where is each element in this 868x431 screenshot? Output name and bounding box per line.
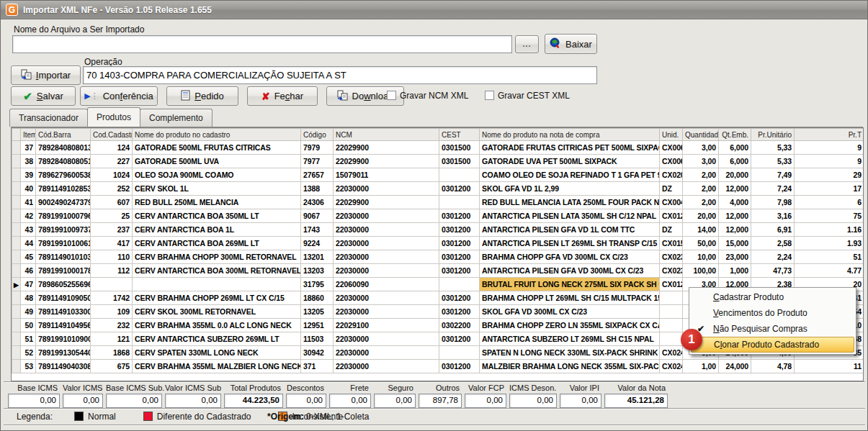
menu-item-vencimentos-do-produto[interactable]: Vencimentos do Produto <box>691 305 854 321</box>
grid-cell[interactable]: SKOL GFA VD 300ML CX C/23 <box>480 305 660 319</box>
grid-cell[interactable]: 7,24 <box>751 182 795 196</box>
grid-cell[interactable]: ANTARCTICA PILSEN LATA 350ML SH C/12 NPA… <box>480 209 660 223</box>
grid-cell[interactable]: 227 <box>91 155 133 168</box>
grid-cell[interactable]: 6,000 <box>719 155 751 168</box>
grid-cell[interactable]: 17 <box>795 182 864 196</box>
table-row[interactable]: 377892840808013124GATORADE 500ML FRUTAS … <box>12 141 864 155</box>
table-row[interactable]: 407891149102853252CERV SKOL 1L1388220300… <box>12 182 864 196</box>
column-header-cod-cadastro[interactable]: Cod.Cadastro <box>91 129 133 141</box>
grid-cell[interactable]: SKOL GFA VD 1L 2,99 <box>480 182 660 196</box>
column-header-nome-do-produto-no-cadastro[interactable]: Nome do produto no cadastro <box>133 129 301 141</box>
grid-cell[interactable]: 0301200 <box>439 332 480 346</box>
importar-button[interactable]: Importar <box>11 65 81 85</box>
grid-cell[interactable]: 22060090 <box>334 278 439 291</box>
grid-cell[interactable]: 3,00 <box>683 155 719 168</box>
column-header-c-digo[interactable]: Código <box>301 129 334 141</box>
grid-cell[interactable]: 49 <box>21 305 36 319</box>
grid-cell[interactable]: 1388 <box>301 182 334 196</box>
table-row[interactable]: 467891991000178112CERV ANTARCTICA BOA 30… <box>12 264 864 278</box>
browse-button[interactable]: ... <box>515 35 539 53</box>
grid-cell[interactable]: CX012 <box>660 278 683 291</box>
grid-cell[interactable]: 0301200 <box>439 291 480 305</box>
grid-cell[interactable]: 42 <box>21 209 36 223</box>
row-selector[interactable] <box>12 332 21 346</box>
grid-cell[interactable] <box>91 278 133 291</box>
grid-cell[interactable]: 14,00 <box>683 223 719 237</box>
grid-cell[interactable]: CX015 <box>660 237 683 250</box>
grid-cell[interactable]: 20,00 <box>683 209 719 223</box>
grid-cell[interactable]: 22029900 <box>334 155 439 168</box>
grid-cell[interactable]: 7891149104956 <box>36 319 91 332</box>
table-row[interactable]: 42789199100079625CERV ANTARCTICA BOA 350… <box>12 209 864 223</box>
row-selector[interactable] <box>12 305 21 319</box>
grid-cell[interactable]: RED BULL 250ML MELANCIA <box>133 196 301 209</box>
grid-cell[interactable]: 29 <box>795 168 864 182</box>
column-header-unid-[interactable]: Unid. <box>660 129 683 141</box>
row-selector[interactable] <box>12 250 21 264</box>
grid-cell[interactable] <box>439 346 480 360</box>
grid-cell[interactable]: 45 <box>21 250 36 264</box>
grid-cell[interactable]: 31795 <box>301 278 334 291</box>
grid-cell[interactable]: 675 <box>91 360 133 373</box>
grid-cell[interactable]: 6,000 <box>719 141 751 155</box>
pedido-button[interactable]: Pedido <box>166 86 238 106</box>
grid-cell[interactable]: 7892840808051 <box>36 155 91 168</box>
grid-cell[interactable]: 39 <box>21 168 36 182</box>
grid-cell[interactable]: 15079011 <box>334 168 439 182</box>
conferencia-button[interactable]: ▶⋮ Conferência <box>80 86 158 106</box>
table-row[interactable]: 437891991009737237CERV ANTARCTICA BOA 1L… <box>12 223 864 237</box>
grid-cell[interactable]: 109 <box>91 305 133 319</box>
grid-cell[interactable]: ANTARCTICA PILSEN GFA VD 1L COM TTC <box>480 223 660 237</box>
grid-cell[interactable] <box>660 332 683 346</box>
grid-cell[interactable]: 53 <box>21 360 36 373</box>
grid-cell[interactable]: ANTARCTICA PILSEN GFA VD 300ML CX C/23 <box>480 264 660 278</box>
grid-cell[interactable]: 12951 <box>301 319 334 332</box>
grid-cell[interactable]: CERV BRAHMA 355ML MALZBIER LONG NECK <box>133 360 301 373</box>
column-header-nome-do-produto-na-nota-de-compra[interactable]: Nome do produto na nota de compra <box>480 129 660 141</box>
grid-cell[interactable]: 7891149109050 <box>36 291 91 305</box>
grid-cell[interactable]: 46 <box>21 264 36 278</box>
grid-cell[interactable]: 1,000 <box>719 264 751 278</box>
row-selector[interactable] <box>12 141 21 155</box>
grid-cell[interactable]: 22030000 <box>334 182 439 196</box>
grid-cell[interactable]: 12,000 <box>719 182 751 196</box>
menu-item-clonar-produto-cadastrado[interactable]: Clonar Produto Cadastrado <box>691 337 854 353</box>
column-header-pr-unit-rio[interactable]: Pr.Unitário <box>751 129 795 141</box>
grid-cell[interactable]: GATORADE UVA PET 500ML SIXPACK <box>480 155 660 168</box>
grid-cell[interactable]: CERV BRAHMA CHOPP 269ML LT CX C/15 <box>133 291 301 305</box>
grid-cell[interactable]: 1868 <box>91 346 133 360</box>
grid-cell[interactable]: 23,000 <box>719 250 751 264</box>
grid-cell[interactable]: CX012 <box>660 209 683 223</box>
row-selector[interactable] <box>12 237 21 250</box>
grid-cell[interactable]: 22030000 <box>334 209 439 223</box>
grid-cell[interactable]: 2,00 <box>683 196 719 209</box>
grid-cell[interactable]: 24306 <box>301 196 334 209</box>
gravar-ncm-checkbox[interactable]: Gravar NCM XML <box>387 91 468 101</box>
grid-cell[interactable]: CERV SKOL 1L <box>133 182 301 196</box>
grid-cell[interactable]: 4.77 <box>795 264 864 278</box>
column-header-ncm[interactable]: NCM <box>334 129 439 141</box>
baixar-button[interactable]: Baixar <box>545 34 597 54</box>
grid-cell[interactable]: 110 <box>91 250 133 264</box>
grid-cell[interactable]: 22030000 <box>334 305 439 319</box>
grid-cell[interactable]: 1742 <box>91 291 133 305</box>
grid-cell[interactable]: CX020 <box>660 168 683 182</box>
grid-cell[interactable]: CERV ANTARCTICA BOA 269ML LT <box>133 237 301 250</box>
grid-cell[interactable]: 13205 <box>301 305 334 319</box>
grid-cell[interactable]: 7891991000178 <box>36 264 91 278</box>
grid-cell[interactable]: 41 <box>21 196 36 209</box>
gravar-cest-checkbox[interactable]: Gravar CEST XML <box>485 91 570 101</box>
grid-cell[interactable]: 2,00 <box>683 168 719 182</box>
grid-cell[interactable] <box>660 319 683 332</box>
grid-cell[interactable]: BRAHMA CHOPP ZERO LN 355ML SIXPACK CX CA… <box>480 319 660 332</box>
row-selector[interactable] <box>12 196 21 209</box>
grid-cell[interactable]: 0301200 <box>439 305 480 319</box>
grid-cell[interactable]: ANTARCTICA PILSEN LT 269ML SH TRANSP C/1… <box>480 237 660 250</box>
grid-cell[interactable]: 1.16 <box>795 223 864 237</box>
grid-cell[interactable]: BRUTAL FRUIT LONG NECK 275ML SIX PACK SH… <box>480 278 660 291</box>
grid-cell[interactable]: 43 <box>21 223 36 237</box>
grid-cell[interactable]: 607 <box>91 196 133 209</box>
grid-cell[interactable]: 20,000 <box>719 168 751 182</box>
grid-cell[interactable]: 7891149103300 <box>36 305 91 319</box>
grid-cell[interactable]: 25 <box>91 209 133 223</box>
